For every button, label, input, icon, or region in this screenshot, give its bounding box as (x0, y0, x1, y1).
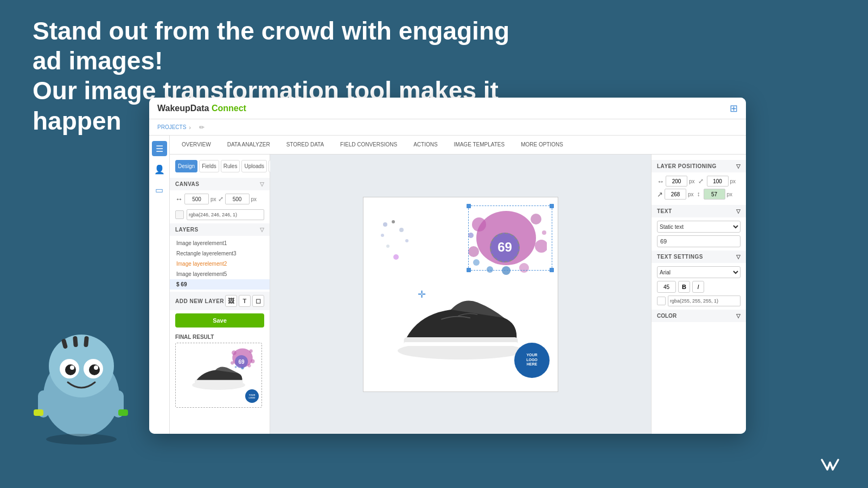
layer-item[interactable]: Image layerelement5 (170, 269, 270, 279)
canvas-height-input[interactable] (225, 194, 250, 204)
add-layer-header: ADD NEW LAYER 🖼 T ◻ (170, 292, 270, 310)
add-shape-layer-btn[interactable]: ◻ (252, 295, 264, 307)
nav-tabs: OVERVIEW DATA ANALYZER STORED DATA FIELD… (149, 136, 746, 155)
layer-item[interactable]: Image layerelement2 (170, 259, 270, 269)
add-image-layer-btn[interactable]: 🖼 (225, 295, 237, 307)
svg-point-15 (46, 434, 117, 445)
pos-row-wh: ↗ px ↕ px (657, 189, 741, 200)
dot-decorations (380, 219, 412, 265)
nav-tab-stored-data[interactable]: STORED DATA (278, 136, 332, 154)
text-color-preview[interactable] (657, 297, 666, 305)
resize-handle[interactable] (467, 204, 471, 208)
breadcrumb-bar: PROJECTS › ✏ (149, 119, 746, 136)
svg-point-44 (386, 245, 390, 248)
text-funnel-icon: ▽ (736, 208, 741, 214)
layers-section-header: LAYERS ▽ (170, 223, 270, 236)
edit-icon[interactable]: ✏ (199, 124, 205, 131)
nav-tab-image-templates[interactable]: IMAGE TEMPLATES (446, 136, 513, 154)
layer-item[interactable]: Rectangle layerelement3 (170, 248, 270, 259)
logo-badge-text: YOURLOGOHERE (526, 353, 538, 367)
mini-logo-badge: YOURLOGO (245, 389, 259, 403)
text-settings-funnel-icon: ▽ (736, 254, 741, 260)
projects-link[interactable]: PROJECTS (157, 124, 186, 130)
bold-button[interactable]: B (678, 281, 690, 293)
nav-tab-more-options[interactable]: MORE OPTIONS (513, 136, 571, 154)
text-section-header: TEXT ▽ (652, 205, 746, 217)
tab-uploads[interactable]: Uploads (241, 160, 267, 172)
position-inputs: ↔ px ⤢ px ↗ px ↕ px (652, 172, 746, 205)
pos-h-input[interactable] (704, 189, 725, 200)
nav-tab-field-conversions[interactable]: FIELD CONVERSIONS (332, 136, 405, 154)
text-settings-label: TEXT SETTINGS (657, 254, 703, 260)
pos-w-input[interactable] (665, 189, 686, 200)
crosshair-icon[interactable]: ✛ (418, 288, 426, 300)
font-select[interactable]: Arial (657, 266, 741, 278)
nav-tab-data-analyzer[interactable]: DATA ANALYZER (219, 136, 278, 154)
save-button[interactable]: Save (175, 313, 264, 328)
canvas-color-input[interactable] (187, 209, 264, 220)
header-right: ⊞ (730, 102, 738, 114)
svg-rect-25 (195, 380, 243, 384)
sidebar: ☰ 👤 ▭ (149, 136, 170, 434)
layer-item[interactable]: Image layerelement1 (170, 238, 270, 248)
layer-item-price[interactable]: $ 69 (170, 279, 270, 290)
font-size-input[interactable] (657, 281, 676, 293)
right-panel: LAYER POSITIONING ▽ ↔ px ⤢ px ↗ px ↕ (651, 155, 746, 434)
resize-handle[interactable] (467, 268, 471, 272)
color-label: COLOR (657, 313, 676, 319)
sidebar-icon-layers[interactable]: ▭ (152, 182, 167, 197)
layer-positioning-label: LAYER POSITIONING (657, 163, 717, 169)
svg-point-8 (89, 364, 100, 375)
canvas-section-header: CANVAS ▽ (170, 178, 270, 190)
color-funnel-icon: ▽ (736, 313, 741, 319)
svg-point-45 (405, 239, 409, 242)
text-icon: T (242, 298, 246, 304)
font-controls: B I (657, 281, 741, 293)
canvas-width-input[interactable] (184, 194, 209, 204)
add-layer-label: ADD NEW LAYER (175, 298, 224, 304)
tab-design[interactable]: Design (175, 160, 197, 172)
layers-funnel-icon[interactable]: ▽ (260, 227, 265, 233)
resize-handle[interactable] (550, 268, 554, 272)
sneaker-image (393, 283, 528, 381)
resize-handle[interactable] (550, 204, 554, 208)
layers-label: LAYERS (175, 227, 199, 233)
italic-button[interactable]: I (692, 281, 704, 293)
text-type-select[interactable]: Static text (657, 221, 741, 233)
layers-list: Image layerelement1 Rectangle layereleme… (170, 236, 270, 292)
add-text-layer-btn[interactable]: T (239, 295, 251, 307)
pos-y-input[interactable] (707, 176, 729, 187)
text-section: Static text (652, 217, 746, 251)
canvas-funnel-icon[interactable]: ▽ (260, 181, 265, 187)
design-tabs: Design Fields Rules Uploads Repository (170, 160, 270, 172)
grid-icon[interactable]: ⊞ (730, 103, 738, 114)
pos-v-resize-icon: ↕ (697, 190, 700, 198)
pos-resize-icon: ⤢ (698, 177, 704, 185)
text-value-input[interactable] (657, 235, 741, 247)
app-header: WakeupData Connect ⊞ (149, 98, 746, 119)
text-color-row (657, 296, 741, 306)
text-settings-section: Arial B I (652, 263, 746, 310)
final-result-section: FINAL RESULT (170, 331, 270, 411)
logo-badge: YOURLOGOHERE (514, 343, 550, 378)
tab-rules[interactable]: Rules (221, 160, 240, 172)
svg-point-40 (383, 222, 387, 227)
text-settings-header: TEXT SETTINGS ▽ (652, 251, 746, 263)
app-logo: WakeupData Connect (157, 104, 246, 113)
nav-tab-overview[interactable]: OVERVIEW (174, 136, 219, 154)
breadcrumb-chevron: › (189, 124, 191, 131)
svg-point-10 (94, 365, 98, 370)
tab-fields[interactable]: Fields (199, 160, 219, 172)
sidebar-icon-user[interactable]: 👤 (152, 162, 167, 177)
sidebar-icon-list[interactable]: ☰ (152, 141, 167, 156)
canvas-inputs: ↔ px ⤢ px (170, 190, 270, 208)
text-color-input[interactable] (668, 296, 741, 306)
pos-x-input[interactable] (666, 176, 687, 187)
canvas-color-preview[interactable] (175, 210, 184, 219)
svg-rect-14 (118, 409, 128, 416)
pos-x-unit: px (689, 178, 695, 184)
nav-tab-actions[interactable]: ACTIONS (405, 136, 445, 154)
left-panel: Design Fields Rules Uploads Repository C… (170, 155, 270, 434)
final-result-label: FINAL RESULT (175, 334, 264, 340)
pos-h-unit: px (727, 191, 733, 197)
